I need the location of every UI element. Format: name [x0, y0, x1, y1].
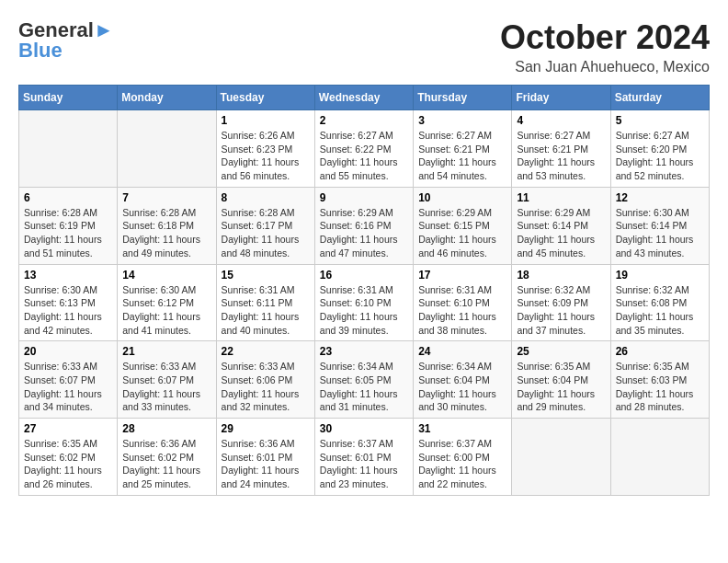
calendar-cell: 7Sunrise: 6:28 AM Sunset: 6:18 PM Daylig…	[118, 187, 216, 264]
calendar-cell	[610, 419, 709, 496]
day-number: 30	[320, 422, 408, 435]
day-info: Sunrise: 6:37 AM Sunset: 6:01 PM Dayligh…	[320, 437, 408, 491]
day-info: Sunrise: 6:27 AM Sunset: 6:21 PM Dayligh…	[517, 129, 605, 183]
calendar-cell: 22Sunrise: 6:33 AM Sunset: 6:06 PM Dayli…	[216, 341, 314, 419]
day-header-friday: Friday	[512, 86, 610, 110]
day-info: Sunrise: 6:27 AM Sunset: 6:21 PM Dayligh…	[418, 129, 506, 183]
day-info: Sunrise: 6:37 AM Sunset: 6:00 PM Dayligh…	[418, 437, 506, 491]
day-number: 12	[616, 191, 704, 204]
day-number: 6	[24, 191, 112, 204]
day-info: Sunrise: 6:29 AM Sunset: 6:14 PM Dayligh…	[517, 206, 605, 260]
day-info: Sunrise: 6:33 AM Sunset: 6:07 PM Dayligh…	[24, 360, 112, 414]
day-info: Sunrise: 6:36 AM Sunset: 6:02 PM Dayligh…	[122, 437, 210, 491]
calendar-cell: 31Sunrise: 6:37 AM Sunset: 6:00 PM Dayli…	[414, 419, 512, 496]
calendar-cell	[118, 110, 216, 188]
calendar-cell: 30Sunrise: 6:37 AM Sunset: 6:01 PM Dayli…	[314, 419, 413, 496]
day-info: Sunrise: 6:32 AM Sunset: 6:08 PM Dayligh…	[616, 283, 704, 338]
calendar-cell: 21Sunrise: 6:33 AM Sunset: 6:07 PM Dayli…	[118, 341, 216, 419]
day-number: 21	[122, 345, 210, 358]
day-number: 15	[222, 269, 310, 282]
day-number: 25	[517, 345, 605, 358]
day-number: 17	[418, 269, 506, 282]
day-header-wednesday: Wednesday	[314, 86, 413, 110]
calendar-cell: 13Sunrise: 6:30 AM Sunset: 6:13 PM Dayli…	[19, 264, 118, 341]
day-number: 8	[222, 191, 310, 204]
location-title: San Juan Ahuehueco, Mexico	[500, 59, 710, 75]
day-info: Sunrise: 6:30 AM Sunset: 6:12 PM Dayligh…	[122, 283, 210, 338]
day-header-tuesday: Tuesday	[216, 86, 314, 110]
day-header-saturday: Saturday	[610, 86, 709, 110]
calendar-cell: 28Sunrise: 6:36 AM Sunset: 6:02 PM Dayli…	[118, 419, 216, 496]
day-number: 20	[24, 345, 112, 358]
day-header-sunday: Sunday	[19, 86, 118, 110]
calendar-table: SundayMondayTuesdayWednesdayThursdayFrid…	[18, 85, 710, 496]
calendar-week-row: 27Sunrise: 6:35 AM Sunset: 6:02 PM Dayli…	[19, 419, 710, 496]
calendar-header-row: SundayMondayTuesdayWednesdayThursdayFrid…	[19, 86, 710, 110]
day-info: Sunrise: 6:30 AM Sunset: 6:14 PM Dayligh…	[616, 206, 704, 260]
day-number: 28	[122, 422, 210, 435]
day-number: 23	[320, 345, 408, 358]
calendar-week-row: 6Sunrise: 6:28 AM Sunset: 6:19 PM Daylig…	[19, 187, 710, 264]
calendar-cell: 10Sunrise: 6:29 AM Sunset: 6:15 PM Dayli…	[414, 187, 512, 264]
calendar-cell: 18Sunrise: 6:32 AM Sunset: 6:09 PM Dayli…	[512, 264, 610, 341]
calendar-cell: 16Sunrise: 6:31 AM Sunset: 6:10 PM Dayli…	[314, 264, 413, 341]
calendar-cell: 12Sunrise: 6:30 AM Sunset: 6:14 PM Dayli…	[610, 187, 709, 264]
day-number: 1	[222, 114, 310, 127]
day-info: Sunrise: 6:28 AM Sunset: 6:19 PM Dayligh…	[24, 206, 112, 260]
calendar-cell: 17Sunrise: 6:31 AM Sunset: 6:10 PM Dayli…	[414, 264, 512, 341]
day-info: Sunrise: 6:31 AM Sunset: 6:10 PM Dayligh…	[320, 283, 408, 338]
title-area: October 2024 San Juan Ahuehueco, Mexico	[500, 18, 710, 75]
day-info: Sunrise: 6:28 AM Sunset: 6:18 PM Dayligh…	[122, 206, 210, 260]
calendar-cell: 19Sunrise: 6:32 AM Sunset: 6:08 PM Dayli…	[610, 264, 709, 341]
day-info: Sunrise: 6:29 AM Sunset: 6:16 PM Dayligh…	[320, 206, 408, 260]
day-number: 14	[122, 269, 210, 282]
day-info: Sunrise: 6:32 AM Sunset: 6:09 PM Dayligh…	[517, 283, 605, 338]
day-info: Sunrise: 6:27 AM Sunset: 6:22 PM Dayligh…	[320, 129, 408, 183]
day-number: 22	[222, 345, 310, 358]
calendar-cell: 4Sunrise: 6:27 AM Sunset: 6:21 PM Daylig…	[512, 110, 610, 188]
logo: General► Blue	[18, 18, 114, 63]
calendar-cell: 15Sunrise: 6:31 AM Sunset: 6:11 PM Dayli…	[216, 264, 314, 341]
day-info: Sunrise: 6:26 AM Sunset: 6:23 PM Dayligh…	[222, 129, 310, 183]
day-number: 9	[320, 191, 408, 204]
day-number: 11	[517, 191, 605, 204]
calendar-cell: 3Sunrise: 6:27 AM Sunset: 6:21 PM Daylig…	[414, 110, 512, 188]
day-info: Sunrise: 6:34 AM Sunset: 6:04 PM Dayligh…	[418, 360, 506, 414]
day-number: 19	[616, 269, 704, 282]
day-info: Sunrise: 6:33 AM Sunset: 6:06 PM Dayligh…	[222, 360, 310, 414]
day-number: 7	[122, 191, 210, 204]
day-info: Sunrise: 6:33 AM Sunset: 6:07 PM Dayligh…	[122, 360, 210, 414]
day-number: 3	[418, 114, 506, 127]
calendar-cell: 20Sunrise: 6:33 AM Sunset: 6:07 PM Dayli…	[19, 341, 118, 419]
day-number: 13	[24, 269, 112, 282]
calendar-cell: 8Sunrise: 6:28 AM Sunset: 6:17 PM Daylig…	[216, 187, 314, 264]
day-info: Sunrise: 6:31 AM Sunset: 6:11 PM Dayligh…	[222, 283, 310, 338]
day-number: 29	[222, 422, 310, 435]
calendar-week-row: 1Sunrise: 6:26 AM Sunset: 6:23 PM Daylig…	[19, 110, 710, 188]
calendar-cell: 26Sunrise: 6:35 AM Sunset: 6:03 PM Dayli…	[610, 341, 709, 419]
day-number: 4	[517, 114, 605, 127]
calendar-cell: 24Sunrise: 6:34 AM Sunset: 6:04 PM Dayli…	[414, 341, 512, 419]
calendar-cell: 9Sunrise: 6:29 AM Sunset: 6:16 PM Daylig…	[314, 187, 413, 264]
day-info: Sunrise: 6:29 AM Sunset: 6:15 PM Dayligh…	[418, 206, 506, 260]
day-number: 26	[616, 345, 704, 358]
calendar-week-row: 20Sunrise: 6:33 AM Sunset: 6:07 PM Dayli…	[19, 341, 710, 419]
calendar-cell: 6Sunrise: 6:28 AM Sunset: 6:19 PM Daylig…	[19, 187, 118, 264]
day-info: Sunrise: 6:30 AM Sunset: 6:13 PM Dayligh…	[24, 283, 112, 338]
month-title: October 2024	[500, 18, 710, 57]
calendar-cell: 27Sunrise: 6:35 AM Sunset: 6:02 PM Dayli…	[19, 419, 118, 496]
day-info: Sunrise: 6:35 AM Sunset: 6:04 PM Dayligh…	[517, 360, 605, 414]
day-number: 5	[616, 114, 704, 127]
day-header-thursday: Thursday	[414, 86, 512, 110]
calendar-cell: 1Sunrise: 6:26 AM Sunset: 6:23 PM Daylig…	[216, 110, 314, 188]
calendar-cell	[512, 419, 610, 496]
day-info: Sunrise: 6:35 AM Sunset: 6:03 PM Dayligh…	[616, 360, 704, 414]
calendar-week-row: 13Sunrise: 6:30 AM Sunset: 6:13 PM Dayli…	[19, 264, 710, 341]
day-number: 2	[320, 114, 408, 127]
day-number: 10	[418, 191, 506, 204]
calendar-cell: 25Sunrise: 6:35 AM Sunset: 6:04 PM Dayli…	[512, 341, 610, 419]
calendar-cell: 11Sunrise: 6:29 AM Sunset: 6:14 PM Dayli…	[512, 187, 610, 264]
day-info: Sunrise: 6:27 AM Sunset: 6:20 PM Dayligh…	[616, 129, 704, 183]
calendar-cell: 23Sunrise: 6:34 AM Sunset: 6:05 PM Dayli…	[314, 341, 413, 419]
day-info: Sunrise: 6:36 AM Sunset: 6:01 PM Dayligh…	[222, 437, 310, 491]
